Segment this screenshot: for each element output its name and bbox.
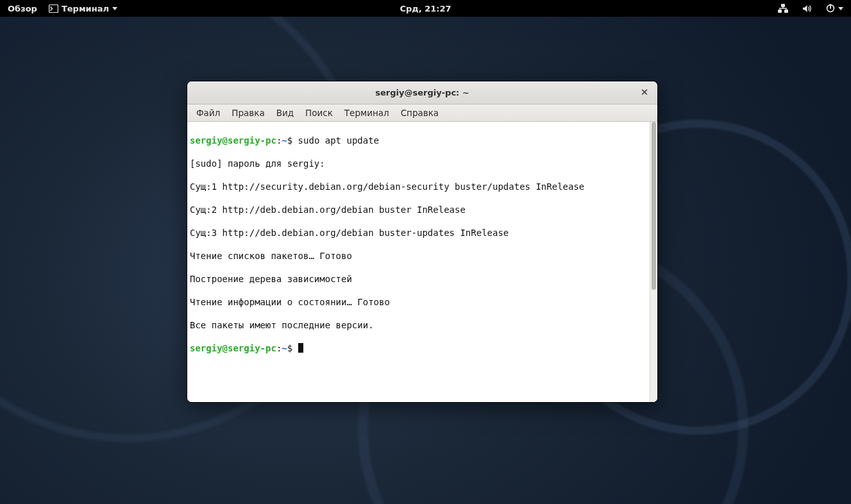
clock-label: Срд, 21:27: [400, 4, 451, 13]
chevron-down-icon: [838, 7, 843, 10]
current-app-label: Терминал: [62, 4, 109, 13]
svg-rect-2: [778, 10, 782, 13]
window-titlebar[interactable]: sergiy@sergiy-pc: ~ ✕: [187, 81, 657, 105]
terminal-line: Сущ:1 http://security.debian.org/debian-…: [189, 181, 656, 192]
chevron-down-icon: [112, 7, 117, 10]
terminal-line: Сущ:3 http://deb.debian.org/debian buste…: [189, 227, 656, 239]
prompt-dollar: $: [287, 343, 298, 353]
clock-menu[interactable]: Срд, 21:27: [397, 4, 453, 13]
menubar: Файл Правка Вид Поиск Терминал Справка: [187, 105, 657, 122]
menu-file[interactable]: Файл: [191, 106, 225, 119]
svg-rect-1: [781, 4, 785, 7]
prompt-user: sergiy: [190, 135, 223, 146]
prompt-at: @: [223, 343, 228, 353]
terminal-cursor: [298, 343, 303, 353]
activities-button[interactable]: Обзор: [5, 4, 40, 13]
system-menu[interactable]: [823, 4, 846, 13]
activities-label: Обзор: [8, 4, 37, 13]
prompt-path: ~: [282, 343, 287, 353]
current-app-menu[interactable]: Терминал: [46, 4, 120, 13]
volume-indicator[interactable]: [800, 4, 814, 13]
terminal-icon: [49, 4, 58, 13]
svg-rect-0: [49, 4, 58, 12]
network-indicator[interactable]: [775, 4, 791, 13]
terminal-window: sergiy@sergiy-pc: ~ ✕ Файл Правка Вид По…: [187, 81, 657, 402]
window-close-button[interactable]: ✕: [637, 85, 652, 101]
network-wired-icon: [778, 4, 788, 13]
prompt-dollar: $: [287, 135, 298, 146]
prompt-at: @: [223, 135, 228, 146]
prompt-host: sergiy-pc: [228, 135, 276, 146]
menu-search[interactable]: Поиск: [300, 106, 338, 119]
volume-icon: [802, 4, 812, 13]
menu-edit[interactable]: Правка: [226, 106, 269, 119]
scrollbar[interactable]: [650, 122, 657, 402]
terminal-line: sergiy@sergiy-pc:~$ sudo apt update: [189, 135, 656, 146]
command-text: sudo apt update: [298, 135, 379, 146]
menu-view[interactable]: Вид: [271, 106, 299, 119]
terminal-line: Чтение списков пакетов… Готово: [189, 250, 656, 262]
close-icon: ✕: [641, 88, 649, 97]
terminal-line: [sudo] пароль для sergiy:: [189, 158, 656, 169]
terminal-viewport[interactable]: sergiy@sergiy-pc:~$ sudo apt update [sud…: [187, 122, 657, 402]
prompt-path: ~: [282, 135, 287, 146]
svg-rect-3: [784, 10, 788, 13]
menu-help[interactable]: Справка: [396, 106, 444, 119]
scrollbar-thumb[interactable]: [652, 122, 656, 290]
top-panel: Обзор Терминал Срд, 21:27: [0, 0, 851, 17]
window-title: sergiy@sergiy-pc: ~: [375, 88, 469, 97]
terminal-line: sergiy@sergiy-pc:~$: [189, 342, 656, 354]
prompt-user: sergiy: [190, 343, 223, 353]
terminal-line: Сущ:2 http://deb.debian.org/debian buste…: [189, 204, 656, 215]
terminal-line: Построение дерева зависимостей: [189, 273, 656, 285]
terminal-line: Все пакеты имеют последние версии.: [189, 319, 656, 331]
menu-terminal[interactable]: Терминал: [339, 106, 394, 119]
prompt-host: sergiy-pc: [228, 343, 276, 353]
power-icon: [826, 4, 835, 13]
terminal-line: Чтение информации о состоянии… Готово: [189, 296, 656, 308]
